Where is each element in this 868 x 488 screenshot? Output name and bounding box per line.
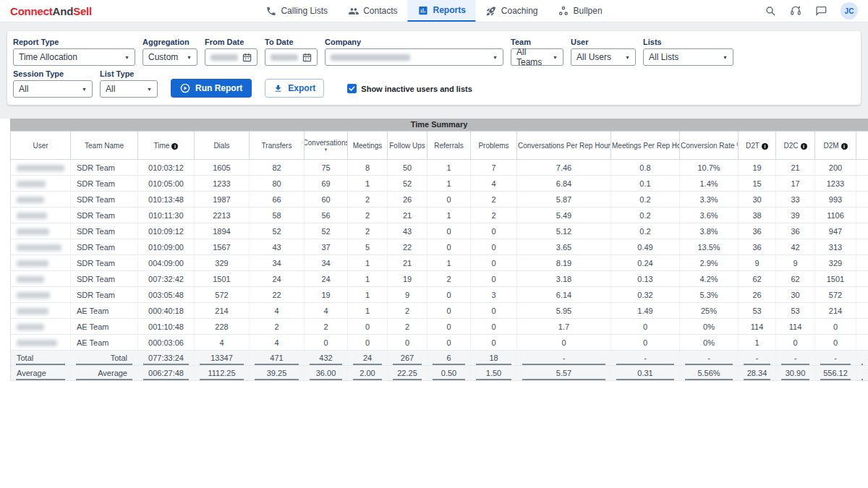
data-cell: 2 <box>388 319 427 335</box>
team-select[interactable]: All Teams ▼ <box>511 48 563 66</box>
data-cell: 1 <box>348 303 388 319</box>
data-cell: 3.3% <box>680 192 739 207</box>
user-avatar[interactable]: JC <box>841 2 858 20</box>
data-cell: 2 <box>348 207 388 223</box>
partial-cell <box>856 192 868 207</box>
list-type-select[interactable]: All ▼ <box>100 80 158 98</box>
data-cell: 000:03:06 <box>138 335 195 351</box>
column-label: Meetings <box>353 142 383 150</box>
user-value: All Users <box>576 52 611 62</box>
play-circle-icon <box>180 83 190 93</box>
data-cell: 52 <box>250 223 305 239</box>
phone-icon <box>265 6 276 17</box>
data-cell: 62 <box>739 271 776 287</box>
redacted-date-value <box>210 54 238 61</box>
to-date-input[interactable] <box>265 48 318 66</box>
column-header-team-name[interactable]: Team Name <box>71 132 138 160</box>
column-header-conversations-per-rep-hour[interactable]: Conversations Per Rep Hour <box>517 132 611 160</box>
data-cell: 3.8% <box>680 223 739 239</box>
data-cell: 4 <box>195 335 250 351</box>
sort-desc-icon: ▼ <box>324 147 328 153</box>
from-date-input[interactable] <box>205 48 258 66</box>
data-cell: 5 <box>348 239 388 255</box>
data-cell: 3.18 <box>517 271 611 287</box>
data-cell: 75 <box>305 160 348 176</box>
chevron-down-icon: ▼ <box>553 55 558 60</box>
data-cell: 0 <box>427 287 471 303</box>
table-row: SDR Team003:05:48572221919036.140.325.3%… <box>11 287 868 303</box>
data-cell: 5.95 <box>517 303 611 319</box>
data-cell: 34 <box>305 255 348 271</box>
data-cell: 1567 <box>195 239 250 255</box>
user-select[interactable]: All Users ▼ <box>571 48 636 66</box>
column-header-problems[interactable]: Problems <box>471 132 517 160</box>
column-header-conversations[interactable]: Conversations▼ <box>305 132 348 160</box>
data-cell: 214 <box>195 303 250 319</box>
total-cell: 267 <box>388 351 427 366</box>
info-icon[interactable]: i <box>801 143 807 150</box>
total-cell: - <box>739 351 776 366</box>
column-header-d2m[interactable]: D2Mi <box>815 132 856 160</box>
lists-select[interactable]: All Lists ▼ <box>643 48 733 66</box>
nav-item-coaching[interactable]: Coaching <box>476 0 548 22</box>
data-cell: 1233 <box>195 176 250 192</box>
session-type-label: Session Type <box>13 69 93 78</box>
data-cell: 0 <box>348 319 388 335</box>
search-icon[interactable] <box>765 5 776 17</box>
table-row: AE Team000:40:182144412005.951.4925%5353… <box>11 303 868 319</box>
table-header-row: UserTeam NameTimeiDialsTransfersConversa… <box>11 132 868 160</box>
session-type-select[interactable]: All ▼ <box>13 80 93 98</box>
total-cell: - <box>517 351 611 366</box>
data-cell: 5.49 <box>517 207 611 223</box>
nav-item-reports[interactable]: Reports <box>407 0 475 22</box>
column-header-transfers[interactable]: Transfers <box>250 132 305 160</box>
column-header-d2c[interactable]: D2Ci <box>776 132 815 160</box>
info-icon[interactable]: i <box>762 143 768 150</box>
column-header-follow-ups[interactable]: Follow Ups <box>388 132 427 160</box>
column-header-d2t[interactable]: D2Ti <box>739 132 776 160</box>
column-header-dials[interactable]: Dials <box>195 132 250 160</box>
team-cell: SDR Team <box>71 176 138 192</box>
column-header-conversion-rate-[interactable]: Conversion Rate % <box>680 132 739 160</box>
show-inactive-checkbox[interactable] <box>347 84 357 93</box>
nav-item-bullpen[interactable]: Bullpen <box>548 0 613 22</box>
table-title: Time Summary <box>10 119 868 131</box>
headset-support-icon[interactable] <box>790 5 801 17</box>
data-cell: 4 <box>250 335 305 351</box>
rocket-icon <box>486 6 497 17</box>
column-label: Transfers <box>262 142 292 150</box>
redacted-user-name <box>17 244 61 251</box>
report-type-select[interactable]: Time Allocation ▼ <box>13 48 135 66</box>
info-icon[interactable]: i <box>841 143 848 150</box>
column-header-user[interactable]: User <box>11 132 71 160</box>
team-cell: AE Team <box>71 335 138 351</box>
column-header-referrals[interactable]: Referrals <box>427 132 471 160</box>
total-cell: - <box>815 351 856 366</box>
team-cell: SDR Team <box>71 271 138 287</box>
data-cell: 2 <box>250 319 305 335</box>
data-cell: 214 <box>815 303 856 319</box>
chat-icon[interactable] <box>815 5 827 17</box>
nav-item-contacts[interactable]: Contacts <box>338 0 407 22</box>
aggregation-select[interactable]: Custom ▼ <box>142 48 197 66</box>
data-cell: 0 <box>471 255 517 271</box>
data-cell: 947 <box>815 223 856 239</box>
column-header-meetings-per-rep-hour[interactable]: Meetings Per Rep Hour <box>611 132 680 160</box>
run-report-button[interactable]: Run Report <box>171 79 252 98</box>
partial-cell <box>856 160 868 176</box>
app-logo[interactable]: ConnectAndSell <box>10 0 92 22</box>
info-icon[interactable]: i <box>171 143 178 150</box>
data-cell: 3.6% <box>680 207 739 223</box>
company-select[interactable]: ▼ <box>325 48 503 66</box>
total-label: Total <box>11 351 71 366</box>
partial-cell <box>856 351 868 366</box>
average-cell: 0.50 <box>427 366 471 381</box>
data-cell: 0.2 <box>611 192 680 207</box>
data-cell: 1.4% <box>680 176 739 192</box>
nav-item-calling-lists[interactable]: Calling Lists <box>255 0 338 22</box>
aggregation-label: Aggregation <box>142 38 197 46</box>
column-header-time[interactable]: Timei <box>138 132 195 160</box>
redacted-user-name <box>17 324 44 330</box>
export-button[interactable]: Export <box>265 79 324 98</box>
column-header-meetings[interactable]: Meetings <box>348 132 388 160</box>
